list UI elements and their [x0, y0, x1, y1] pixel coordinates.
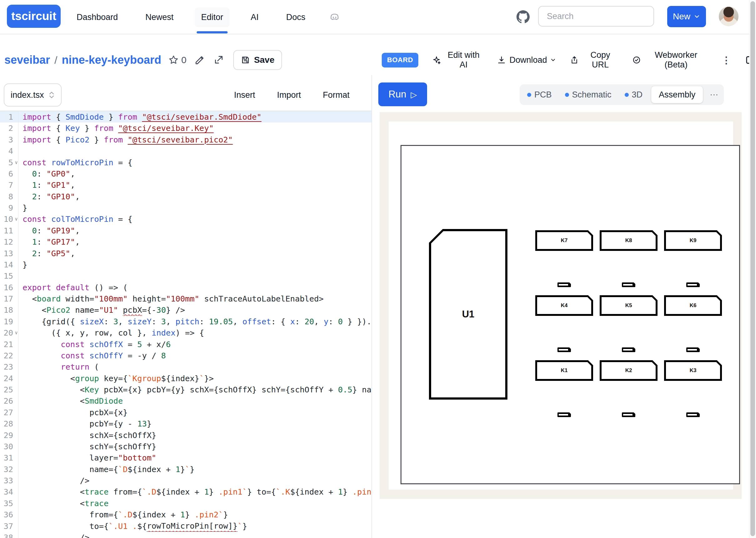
run-button[interactable]: Run ▷ [378, 82, 427, 106]
insert-button[interactable]: Insert [234, 90, 255, 100]
code-line[interactable]: 3import { Pico2 } from "@tsci/seveibar.p… [0, 134, 372, 145]
code-line[interactable]: 33 /> [0, 475, 372, 486]
view-tabs-overflow-button[interactable]: ⋯ [707, 90, 721, 100]
nav-item-ai[interactable]: AI [245, 8, 265, 27]
edit-with-ai-button[interactable]: Edit with AI [432, 50, 483, 70]
view-tab-schematic[interactable]: Schematic [560, 86, 616, 103]
github-icon[interactable] [516, 10, 530, 24]
code-line[interactable]: 29 schX={schOffX} [0, 430, 372, 441]
breadcrumb-owner[interactable]: seveibar [4, 53, 50, 67]
code-line-text: import { Pico2 } from "@tsci/seveibar.pi… [18, 134, 372, 145]
view-tab-pcb[interactable]: PCB [523, 86, 556, 103]
code-line[interactable]: 27 pcbX={x} [0, 407, 372, 418]
tab-dot-icon [565, 93, 569, 97]
code-line[interactable]: 6 0: "GP0", [0, 168, 372, 179]
code-line[interactable]: 35 <trace [0, 498, 372, 509]
code-editor[interactable]: 1import { SmdDiode } from "@tsci/seveiba… [0, 111, 372, 538]
code-line[interactable]: 13 2: "GP5", [0, 248, 372, 259]
code-line[interactable]: 8 2: "GP10", [0, 191, 372, 202]
tscircuit-logo[interactable]: tscircuit [7, 5, 61, 28]
diode-stripe [687, 284, 697, 286]
code-line[interactable]: 11 0: "GP19", [0, 225, 372, 236]
file-tab-selector[interactable]: index.tsx [4, 83, 62, 107]
line-number: 7 [0, 179, 14, 190]
nav-item-editor[interactable]: Editor [195, 8, 229, 27]
code-line[interactable]: 28 pcbY={y - 13} [0, 418, 372, 429]
code-line[interactable]: 7 1: "GP1", [0, 179, 372, 190]
diode-stripe [687, 414, 697, 415]
fold-chevron-icon[interactable]: ∨ [14, 213, 18, 225]
code-line[interactable]: 10∨const colToMicroPin = { [0, 213, 372, 225]
line-number: 23 [0, 361, 14, 372]
copy-url-button[interactable]: Copy URL [570, 50, 618, 70]
rename-button[interactable] [195, 55, 205, 65]
code-line-text: } [18, 259, 372, 270]
code-line-text: pcbX={x} [18, 407, 372, 418]
new-button[interactable]: New [667, 6, 706, 27]
nav-item-dashboard[interactable]: Dashboard [70, 8, 124, 27]
code-line[interactable]: 19 {grid({ sizeX: 3, sizeY: 3, pitch: 19… [0, 316, 372, 327]
code-line[interactable]: 23 return ( [0, 361, 372, 372]
discord-icon[interactable] [328, 12, 340, 23]
download-button[interactable]: Download [497, 55, 556, 65]
more-options-button[interactable]: ⋮ [722, 55, 731, 66]
pencil-icon [195, 55, 205, 65]
view-tab-3d[interactable]: 3D [620, 86, 647, 103]
code-line[interactable]: 18 <Pico2 name="U1" pcbX={-30} /> [0, 304, 372, 316]
code-line[interactable]: 25 <Key pcbX={x} pcbY={y} schX={schOffX}… [0, 384, 372, 395]
code-line[interactable]: 30 schY={schOffY} [0, 441, 372, 452]
scrollbar-thumb[interactable] [750, 1, 755, 536]
key-label: K9 [666, 232, 720, 249]
code-line[interactable]: 16export default () => ( [0, 282, 372, 293]
save-button[interactable]: Save [233, 50, 282, 70]
code-line[interactable]: 4 [0, 145, 372, 156]
code-line[interactable]: 24 <group key={`Kgroup${index}`}> [0, 373, 372, 384]
code-line-text: 2: "GP10", [18, 191, 372, 202]
code-line-text: const schOffY = -y / 8 [18, 350, 372, 361]
code-line-text: /> [18, 532, 372, 538]
page-scrollbar[interactable] [749, 0, 756, 538]
share-button[interactable] [213, 55, 224, 65]
nav-item-docs[interactable]: Docs [280, 8, 312, 27]
line-number: 38 [0, 532, 14, 538]
star-button[interactable]: 0 [168, 55, 187, 65]
fold-chevron-icon[interactable]: ∨ [14, 327, 18, 338]
code-line[interactable]: 36 from={`.D${index + 1} .pin2`} [0, 509, 372, 520]
assembly-canvas[interactable]: U1 K7K8K9K4K5K6K1K2K3 [379, 112, 742, 499]
code-line-text: 1: "GP17", [18, 236, 372, 247]
nav-item-newest[interactable]: Newest [139, 8, 180, 27]
code-line[interactable]: 34 <trace from={`.D${index + 1} .pin1`} … [0, 486, 372, 497]
code-line[interactable]: 38 /> [0, 532, 372, 538]
breadcrumb-project[interactable]: nine-key-keyboard [62, 53, 161, 67]
webworker-toggle[interactable]: Webworker (Beta) [632, 50, 708, 70]
code-line-text: schX={schOffX} [18, 430, 372, 441]
copy-url-label: Copy URL [582, 50, 619, 70]
tab-dot-icon [625, 93, 629, 97]
format-button[interactable]: Format [323, 90, 350, 100]
code-line[interactable]: 1import { SmdDiode } from "@tsci/seveiba… [0, 111, 372, 123]
user-avatar[interactable] [719, 7, 738, 26]
import-button[interactable]: Import [277, 90, 301, 100]
code-line[interactable]: 17 <board width="100mm" height="100mm" s… [0, 293, 372, 304]
code-line[interactable]: 15 [0, 270, 372, 282]
line-number: 14 [0, 259, 14, 270]
code-line[interactable]: 5∨const rowToMicroPin = { [0, 157, 372, 168]
code-line[interactable]: 32 name={`D${index + 1}`} [0, 464, 372, 475]
code-line-text: from={`.D${index + 1} .pin2`} [18, 509, 372, 520]
code-line[interactable]: 14} [0, 259, 372, 270]
code-line[interactable]: 21 const schOffX = 5 + x/6 [0, 339, 372, 350]
code-line[interactable]: 26 <SmdDiode [0, 395, 372, 406]
code-line[interactable]: 12 1: "GP17", [0, 236, 372, 247]
code-line-text: <Pico2 name="U1" pcbX={-30} /> [18, 304, 372, 316]
view-tab-assembly[interactable]: Assembly [651, 86, 703, 103]
code-line[interactable]: 20∨ ({ x, y, row, col }, index) => { [0, 327, 372, 338]
code-line[interactable]: 9} [0, 202, 372, 213]
search-input[interactable] [538, 6, 654, 27]
code-line[interactable]: 22 const schOffY = -y / 8 [0, 350, 372, 361]
line-number: 31 [0, 452, 14, 463]
fold-chevron-icon[interactable]: ∨ [14, 157, 18, 168]
code-line[interactable]: 37 to={`.U1 .${rowToMicroPin[row]}`} [0, 520, 372, 532]
code-line[interactable]: 2import { Key } from "@tsci/seveibar.Key… [0, 123, 372, 134]
diode [622, 283, 635, 287]
code-line[interactable]: 31 layer="bottom" [0, 452, 372, 463]
